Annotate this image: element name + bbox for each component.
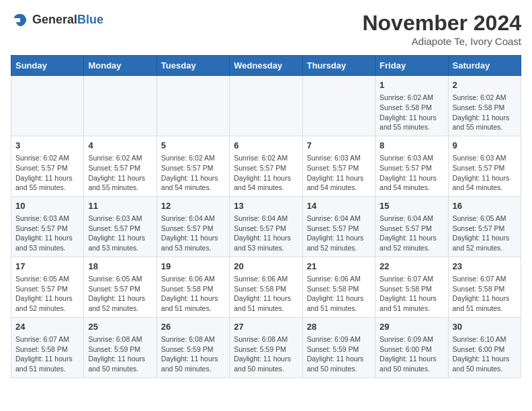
calendar-cell: 7Sunrise: 6:03 AM Sunset: 5:57 PM Daylig… [302, 136, 375, 196]
day-of-week-thursday: Thursday [302, 56, 375, 76]
calendar-cell: 1Sunrise: 6:02 AM Sunset: 5:58 PM Daylig… [375, 76, 448, 136]
day-info: Sunrise: 6:04 AM Sunset: 5:57 PM Dayligh… [380, 214, 443, 253]
calendar-cell: 21Sunrise: 6:06 AM Sunset: 5:58 PM Dayli… [302, 257, 375, 317]
calendar-cell: 28Sunrise: 6:09 AM Sunset: 5:59 PM Dayli… [302, 317, 375, 377]
calendar-cell: 11Sunrise: 6:03 AM Sunset: 5:57 PM Dayli… [84, 196, 157, 257]
day-info: Sunrise: 6:06 AM Sunset: 5:58 PM Dayligh… [307, 274, 371, 314]
calendar-body: 1Sunrise: 6:02 AM Sunset: 5:58 PM Daylig… [11, 76, 521, 378]
calendar-cell: 12Sunrise: 6:04 AM Sunset: 5:57 PM Dayli… [157, 196, 229, 257]
calendar-week-5: 24Sunrise: 6:07 AM Sunset: 5:58 PM Dayli… [11, 317, 521, 377]
calendar-cell [230, 76, 302, 136]
day-number: 15 [380, 200, 443, 212]
day-info: Sunrise: 6:08 AM Sunset: 5:59 PM Dayligh… [234, 334, 298, 374]
calendar-cell: 5Sunrise: 6:02 AM Sunset: 5:57 PM Daylig… [157, 136, 229, 196]
calendar-cell: 27Sunrise: 6:08 AM Sunset: 5:59 PM Dayli… [230, 317, 302, 377]
day-number: 30 [453, 321, 517, 333]
day-info: Sunrise: 6:03 AM Sunset: 5:57 PM Dayligh… [88, 214, 152, 253]
day-number: 9 [453, 140, 517, 152]
calendar-cell: 8Sunrise: 6:03 AM Sunset: 5:57 PM Daylig… [375, 136, 448, 196]
calendar-table: SundayMondayTuesdayWednesdayThursdayFrid… [11, 55, 521, 378]
day-number: 12 [161, 200, 225, 212]
day-number: 26 [161, 321, 225, 333]
calendar-week-1: 1Sunrise: 6:02 AM Sunset: 5:58 PM Daylig… [11, 76, 521, 136]
day-info: Sunrise: 6:02 AM Sunset: 5:57 PM Dayligh… [234, 153, 298, 193]
day-number: 16 [453, 200, 517, 212]
day-info: Sunrise: 6:05 AM Sunset: 5:57 PM Dayligh… [88, 274, 152, 314]
day-info: Sunrise: 6:02 AM Sunset: 5:58 PM Dayligh… [380, 93, 443, 132]
day-info: Sunrise: 6:08 AM Sunset: 5:59 PM Dayligh… [88, 334, 152, 374]
day-number: 3 [15, 140, 79, 152]
calendar-cell: 4Sunrise: 6:02 AM Sunset: 5:57 PM Daylig… [84, 136, 157, 196]
day-number: 7 [307, 140, 371, 152]
day-of-week-sunday: Sunday [11, 56, 84, 76]
calendar-cell: 29Sunrise: 6:09 AM Sunset: 6:00 PM Dayli… [375, 317, 448, 377]
calendar-cell: 19Sunrise: 6:06 AM Sunset: 5:58 PM Dayli… [157, 257, 229, 317]
day-of-week-saturday: Saturday [448, 56, 521, 76]
calendar-cell: 30Sunrise: 6:10 AM Sunset: 6:00 PM Dayli… [448, 317, 521, 377]
day-number: 24 [15, 321, 79, 333]
calendar-cell: 16Sunrise: 6:05 AM Sunset: 5:57 PM Dayli… [448, 196, 521, 257]
day-info: Sunrise: 6:06 AM Sunset: 5:58 PM Dayligh… [161, 274, 225, 314]
logo: GeneralBlue [11, 11, 103, 30]
day-info: Sunrise: 6:04 AM Sunset: 5:57 PM Dayligh… [307, 214, 371, 253]
day-number: 17 [15, 261, 79, 273]
day-info: Sunrise: 6:03 AM Sunset: 5:57 PM Dayligh… [307, 153, 371, 193]
calendar-cell: 25Sunrise: 6:08 AM Sunset: 5:59 PM Dayli… [84, 317, 157, 377]
day-number: 11 [88, 200, 152, 212]
day-info: Sunrise: 6:06 AM Sunset: 5:58 PM Dayligh… [234, 274, 298, 314]
calendar-cell [11, 76, 84, 136]
day-info: Sunrise: 6:02 AM Sunset: 5:57 PM Dayligh… [161, 153, 225, 193]
day-number: 22 [380, 261, 443, 273]
day-info: Sunrise: 6:03 AM Sunset: 5:57 PM Dayligh… [15, 214, 79, 253]
day-info: Sunrise: 6:03 AM Sunset: 5:57 PM Dayligh… [453, 153, 517, 193]
day-number: 28 [307, 321, 371, 333]
day-number: 20 [234, 261, 298, 273]
day-of-week-monday: Monday [84, 56, 157, 76]
day-number: 5 [161, 140, 225, 152]
calendar-cell: 23Sunrise: 6:07 AM Sunset: 5:58 PM Dayli… [448, 257, 521, 317]
day-number: 23 [453, 261, 517, 273]
calendar-cell: 6Sunrise: 6:02 AM Sunset: 5:57 PM Daylig… [230, 136, 302, 196]
day-info: Sunrise: 6:05 AM Sunset: 5:57 PM Dayligh… [15, 274, 79, 314]
calendar-header: SundayMondayTuesdayWednesdayThursdayFrid… [11, 56, 521, 76]
calendar-cell: 26Sunrise: 6:08 AM Sunset: 5:59 PM Dayli… [157, 317, 229, 377]
day-number: 6 [234, 140, 298, 152]
day-of-week-friday: Friday [375, 56, 448, 76]
calendar-cell: 20Sunrise: 6:06 AM Sunset: 5:58 PM Dayli… [230, 257, 302, 317]
day-number: 18 [88, 261, 152, 273]
day-info: Sunrise: 6:09 AM Sunset: 5:59 PM Dayligh… [307, 334, 371, 374]
day-info: Sunrise: 6:10 AM Sunset: 6:00 PM Dayligh… [453, 334, 517, 374]
days-of-week-row: SundayMondayTuesdayWednesdayThursdayFrid… [11, 56, 521, 76]
day-info: Sunrise: 6:07 AM Sunset: 5:58 PM Dayligh… [380, 274, 443, 314]
day-of-week-tuesday: Tuesday [157, 56, 229, 76]
day-info: Sunrise: 6:03 AM Sunset: 5:57 PM Dayligh… [380, 153, 443, 193]
calendar-cell: 9Sunrise: 6:03 AM Sunset: 5:57 PM Daylig… [448, 136, 521, 196]
day-info: Sunrise: 6:07 AM Sunset: 5:58 PM Dayligh… [15, 334, 79, 374]
calendar-week-2: 3Sunrise: 6:02 AM Sunset: 5:57 PM Daylig… [11, 136, 521, 196]
day-info: Sunrise: 6:04 AM Sunset: 5:57 PM Dayligh… [234, 214, 298, 253]
title-block: November 2024 Adiapote Te, Ivory Coast [362, 11, 521, 47]
calendar-cell: 17Sunrise: 6:05 AM Sunset: 5:57 PM Dayli… [11, 257, 84, 317]
calendar-week-3: 10Sunrise: 6:03 AM Sunset: 5:57 PM Dayli… [11, 196, 521, 257]
calendar-week-4: 17Sunrise: 6:05 AM Sunset: 5:57 PM Dayli… [11, 257, 521, 317]
day-info: Sunrise: 6:04 AM Sunset: 5:57 PM Dayligh… [161, 214, 225, 253]
calendar-cell: 15Sunrise: 6:04 AM Sunset: 5:57 PM Dayli… [375, 196, 448, 257]
month-title: November 2024 [362, 11, 521, 36]
calendar-cell: 24Sunrise: 6:07 AM Sunset: 5:58 PM Dayli… [11, 317, 84, 377]
logo-text: GeneralBlue [32, 13, 103, 28]
calendar-cell [157, 76, 229, 136]
calendar-cell: 10Sunrise: 6:03 AM Sunset: 5:57 PM Dayli… [11, 196, 84, 257]
day-info: Sunrise: 6:02 AM Sunset: 5:58 PM Dayligh… [453, 93, 517, 132]
location-title: Adiapote Te, Ivory Coast [362, 36, 521, 47]
day-number: 25 [88, 321, 152, 333]
day-number: 21 [307, 261, 371, 273]
day-info: Sunrise: 6:02 AM Sunset: 5:57 PM Dayligh… [15, 153, 79, 193]
day-number: 29 [380, 321, 443, 333]
day-number: 27 [234, 321, 298, 333]
day-info: Sunrise: 6:07 AM Sunset: 5:58 PM Dayligh… [453, 274, 517, 314]
day-info: Sunrise: 6:02 AM Sunset: 5:57 PM Dayligh… [88, 153, 152, 193]
day-number: 19 [161, 261, 225, 273]
day-number: 10 [15, 200, 79, 212]
logo-icon [11, 11, 30, 30]
calendar-cell: 3Sunrise: 6:02 AM Sunset: 5:57 PM Daylig… [11, 136, 84, 196]
